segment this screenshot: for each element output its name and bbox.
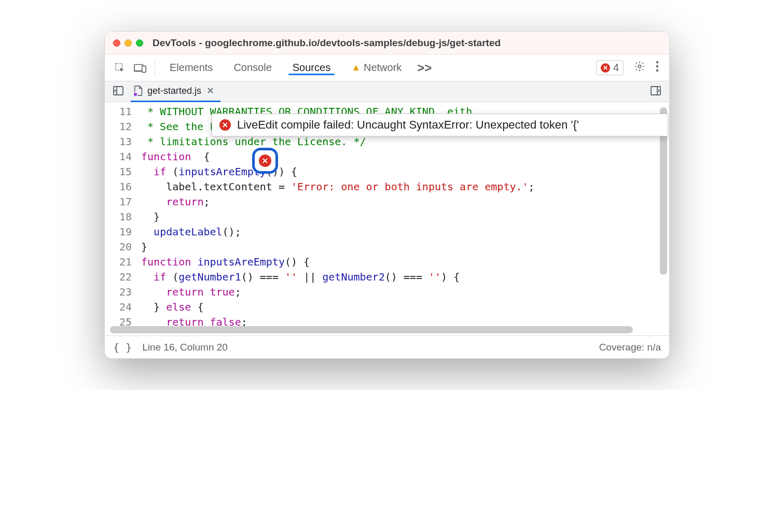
line-number[interactable]: 14: [109, 149, 132, 164]
tab-elements[interactable]: Elements: [159, 61, 223, 75]
line-number[interactable]: 16: [109, 179, 132, 194]
code-editor[interactable]: 111213141516171819202122232425 * WITHOUT…: [105, 102, 669, 335]
device-toolbar-icon[interactable]: [130, 54, 150, 81]
file-name: get-started.js: [147, 86, 201, 96]
devtools-window: DevTools - googlechrome.github.io/devtoo…: [104, 31, 670, 359]
code-line[interactable]: updateLabel();: [141, 225, 669, 240]
line-number[interactable]: 20: [109, 240, 132, 255]
main-toolbar: Elements Console Sources ▲Network >> ✕ 4: [105, 54, 669, 81]
error-tooltip: ✕ LiveEdit compile failed: Uncaught Synt…: [212, 114, 668, 136]
tab-sources[interactable]: Sources: [282, 61, 341, 75]
code-line[interactable]: if (inputsAreEmpty()) {: [141, 164, 669, 179]
error-icon: ✕: [601, 63, 610, 73]
line-number[interactable]: 24: [109, 300, 132, 315]
panel-tabs: Elements Console Sources ▲Network >>: [159, 61, 596, 75]
code-line[interactable]: }: [141, 240, 669, 255]
maximize-window-button[interactable]: [136, 39, 143, 47]
file-tab-get-started[interactable]: get-started.js ✕: [131, 81, 220, 102]
tooltip-text: LiveEdit compile failed: Uncaught Syntax…: [237, 118, 579, 132]
code-line[interactable]: label.textContent = 'Error: one or both …: [141, 179, 669, 194]
tab-label: Network: [364, 62, 402, 74]
svg-point-6: [656, 69, 658, 72]
line-number[interactable]: 13: [109, 134, 132, 149]
svg-point-4: [656, 61, 658, 63]
line-number[interactable]: 11: [109, 104, 132, 119]
error-icon: [259, 155, 271, 167]
svg-point-5: [656, 65, 658, 67]
error-badge[interactable]: ✕ 4: [596, 60, 624, 75]
vertical-scrollbar[interactable]: [660, 107, 667, 304]
show-navigator-icon[interactable]: [108, 86, 129, 97]
code-line[interactable]: function {: [141, 149, 669, 164]
code-content[interactable]: * WITHOUT WARRANTIES OR CONDITIONS OF AN…: [138, 102, 669, 335]
svg-point-3: [638, 65, 641, 68]
show-debugger-icon[interactable]: [645, 86, 666, 97]
line-number[interactable]: 22: [109, 270, 132, 285]
error-icon: ✕: [219, 119, 231, 131]
tab-label: Console: [233, 62, 271, 74]
minimize-window-button[interactable]: [125, 39, 132, 47]
coverage-status: Coverage: n/a: [599, 342, 661, 353]
tab-label: Elements: [170, 62, 213, 74]
settings-icon[interactable]: [629, 61, 651, 75]
window-controls: [113, 39, 143, 47]
window-title: DevTools - googlechrome.github.io/devtoo…: [153, 37, 501, 49]
sources-tabstrip: get-started.js ✕: [105, 81, 669, 102]
code-line[interactable]: return true;: [141, 285, 669, 300]
close-tab-icon[interactable]: ✕: [206, 85, 214, 96]
line-number[interactable]: 23: [109, 285, 132, 300]
code-line[interactable]: }: [141, 209, 669, 225]
more-menu-icon[interactable]: [651, 61, 664, 75]
code-line[interactable]: if (getNumber1() === '' || getNumber2() …: [141, 270, 669, 285]
tab-label: Sources: [293, 62, 330, 74]
code-line[interactable]: function inputsAreEmpty() {: [141, 255, 669, 270]
scrollbar-thumb[interactable]: [110, 326, 633, 333]
warning-icon: ▲: [351, 62, 361, 73]
line-number-gutter[interactable]: 111213141516171819202122232425: [105, 102, 138, 335]
line-number[interactable]: 19: [109, 225, 132, 240]
line-number[interactable]: 21: [109, 255, 132, 270]
more-tabs-button[interactable]: >>: [412, 61, 437, 75]
code-line[interactable]: return;: [141, 194, 669, 209]
tab-network[interactable]: ▲Network: [341, 61, 412, 75]
line-number[interactable]: 17: [109, 194, 132, 209]
inspect-element-icon[interactable]: [110, 54, 130, 81]
close-window-button[interactable]: [113, 39, 120, 47]
tab-console[interactable]: Console: [223, 61, 282, 75]
toolbar-divider: [155, 60, 155, 76]
code-line[interactable]: * limitations under the License. */: [141, 134, 669, 149]
modified-indicator-icon: [133, 92, 138, 97]
pretty-print-icon[interactable]: { }: [113, 341, 132, 354]
line-number[interactable]: 18: [109, 209, 132, 225]
line-number[interactable]: 12: [109, 119, 132, 134]
cursor-position: Line 16, Column 20: [142, 342, 228, 353]
file-icon: [134, 86, 143, 96]
line-number[interactable]: 15: [109, 164, 132, 179]
svg-rect-2: [142, 66, 146, 72]
error-marker-highlight: [252, 148, 278, 174]
error-count: 4: [613, 62, 619, 74]
title-bar: DevTools - googlechrome.github.io/devtoo…: [105, 32, 669, 54]
horizontal-scrollbar[interactable]: [110, 326, 655, 333]
expand-label: >>: [417, 61, 432, 75]
code-line[interactable]: } else {: [141, 300, 669, 315]
status-bar: { } Line 16, Column 20 Coverage: n/a: [105, 335, 669, 358]
